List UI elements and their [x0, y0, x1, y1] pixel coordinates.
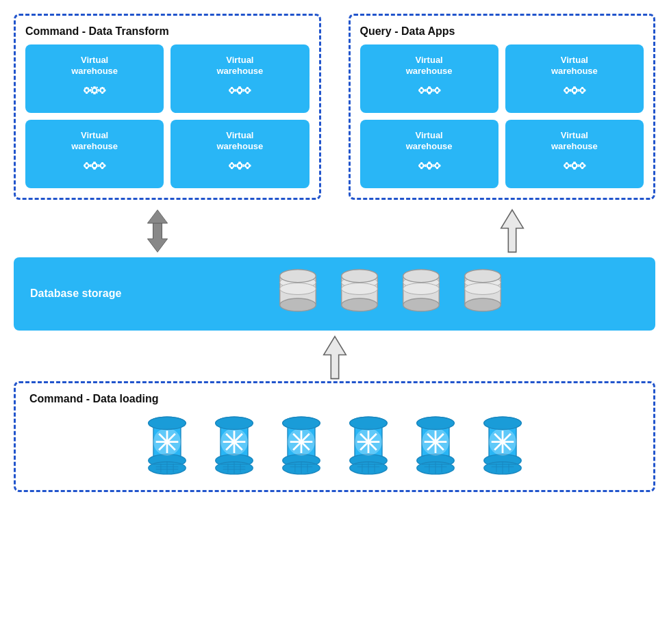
svg-rect-58: [90, 164, 91, 167]
svg-rect-44: [247, 87, 249, 88]
svg-rect-93: [428, 93, 431, 94]
svg-rect-38: [238, 86, 241, 88]
svg-point-181: [465, 283, 501, 295]
svg-point-55: [93, 164, 96, 167]
svg-rect-83: [250, 165, 251, 167]
command-data-transform-box: Command - Data Transform Virtualwarehous…: [14, 14, 321, 200]
svg-point-169: [342, 283, 378, 295]
svg-rect-152: [581, 162, 583, 164]
svg-rect-45: [247, 92, 249, 94]
svg-rect-33: [231, 92, 233, 94]
svg-rect-57: [93, 168, 96, 170]
gear-icon-5: [416, 80, 442, 104]
svg-point-179: [465, 298, 501, 311]
svg-rect-142: [564, 165, 565, 167]
svg-rect-81: [247, 168, 249, 169]
bottom-up-arrow: [318, 335, 352, 380]
warehouse-card-1: Virtualwarehouse: [25, 44, 164, 113]
svg-rect-104: [566, 87, 568, 88]
svg-rect-146: [573, 162, 576, 163]
svg-rect-82: [244, 165, 246, 167]
svg-rect-86: [420, 87, 422, 88]
svg-rect-122: [420, 162, 422, 164]
svg-rect-116: [581, 87, 583, 88]
svg-rect-154: [579, 165, 581, 167]
svg-point-164: [280, 270, 316, 283]
svg-rect-135: [436, 168, 438, 169]
svg-rect-119: [584, 90, 585, 92]
svg-point-103: [566, 89, 568, 92]
svg-point-175: [403, 283, 440, 295]
svg-point-182: [465, 270, 501, 283]
svg-rect-70: [229, 165, 231, 167]
db-cylinder-4: [459, 268, 507, 320]
svg-point-1: [86, 89, 88, 92]
loader-6: [475, 412, 530, 480]
db-cylinders: [142, 268, 639, 320]
svg-rect-50: [86, 162, 88, 164]
svg-rect-136: [434, 165, 436, 167]
svg-rect-140: [566, 162, 568, 164]
query-apps-grid: Virtualwarehouse: [360, 44, 644, 188]
svg-rect-149: [577, 164, 579, 167]
left-arrow-container: [68, 209, 246, 253]
query-data-apps-box: Query - Data Apps Virtualwarehouse: [349, 14, 656, 200]
warehouse-label-7: Virtualwarehouse: [406, 130, 453, 151]
svg-point-73: [238, 164, 241, 167]
top-row: Command - Data Transform Virtualwarehous…: [14, 14, 655, 200]
svg-rect-141: [566, 168, 568, 169]
svg-point-121: [420, 164, 422, 167]
svg-rect-41: [243, 89, 244, 92]
svg-point-208: [215, 417, 253, 429]
svg-rect-80: [247, 162, 249, 164]
svg-rect-106: [564, 90, 565, 92]
svg-rect-101: [439, 90, 440, 92]
svg-point-127: [427, 164, 430, 167]
svg-point-43: [247, 89, 249, 92]
svg-rect-131: [432, 164, 433, 167]
svg-rect-111: [573, 93, 576, 94]
loader-3: [274, 412, 329, 480]
warehouse-card-5: Virtualwarehouse: [360, 44, 498, 113]
warehouse-card-3: Virtualwarehouse: [25, 120, 164, 188]
svg-point-61: [101, 164, 104, 167]
svg-rect-95: [432, 89, 433, 92]
svg-rect-68: [231, 162, 233, 164]
warehouse-label-1: Virtualwarehouse: [71, 55, 118, 76]
svg-point-67: [231, 164, 233, 167]
query-apps-title: Query - Data Apps: [360, 25, 644, 38]
svg-rect-100: [434, 90, 436, 92]
svg-point-79: [247, 164, 249, 167]
svg-rect-76: [236, 164, 237, 167]
svg-rect-137: [439, 165, 440, 167]
svg-rect-75: [238, 168, 241, 170]
svg-point-163: [280, 283, 316, 295]
gear-icon-3: [81, 155, 108, 179]
svg-rect-47: [250, 90, 251, 92]
db-cylinder-2: [336, 268, 383, 320]
svg-point-133: [436, 164, 438, 167]
svg-rect-129: [428, 168, 431, 170]
data-loading-box: Command - Data loading: [14, 381, 655, 492]
svg-rect-124: [418, 165, 420, 167]
loader-4: [341, 412, 396, 480]
db-cylinder-1: [274, 268, 322, 320]
svg-rect-134: [436, 162, 438, 164]
svg-rect-15: [98, 89, 99, 92]
svg-point-109: [573, 89, 576, 92]
warehouse-card-2: Virtualwarehouse: [171, 44, 309, 113]
warehouse-label-8: Virtualwarehouse: [551, 130, 598, 151]
svg-point-97: [436, 89, 438, 92]
db-cylinder-3: [397, 268, 445, 320]
warehouse-card-7: Virtualwarehouse: [360, 120, 498, 188]
gear-icon-6: [561, 80, 588, 104]
svg-rect-74: [238, 162, 241, 163]
svg-rect-117: [581, 92, 583, 94]
svg-marker-157: [147, 223, 167, 252]
command-transform-grid: Virtualwarehouse: [25, 44, 310, 188]
svg-rect-12: [93, 86, 96, 88]
loader-1: [140, 412, 194, 480]
svg-rect-153: [581, 168, 583, 169]
svg-point-151: [581, 164, 583, 167]
svg-rect-147: [573, 168, 576, 170]
